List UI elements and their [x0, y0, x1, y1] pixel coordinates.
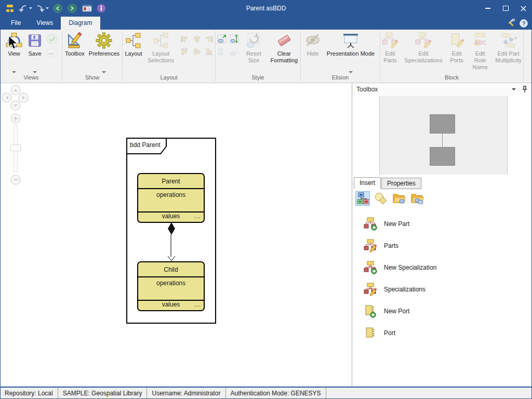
chevron-down-icon[interactable]	[29, 7, 32, 9]
zoom-slider-thumb[interactable]	[10, 144, 21, 151]
preferences-button[interactable]: Preferences	[87, 31, 121, 74]
diagram-overview-thumbnail[interactable]	[379, 96, 508, 175]
maximize-icon	[503, 6, 509, 11]
toolbox-panel: Toolbox Insert Properties	[352, 83, 531, 387]
eye-slash-icon	[304, 32, 321, 49]
clear-formatting-button[interactable]: Clear Formatting	[268, 31, 300, 74]
chevron-down-icon[interactable]	[512, 88, 516, 90]
toolbox-item-new-port[interactable]: New Port	[352, 300, 530, 322]
ribbon: View Save ABC Views	[1, 30, 531, 83]
block-operations-compartment: operations	[138, 189, 204, 212]
folder-button[interactable]	[392, 191, 406, 206]
presentation-mode-button[interactable]: Presentation Mode	[324, 31, 378, 74]
match-height-icon	[228, 46, 241, 57]
chevron-down-icon[interactable]	[12, 71, 16, 73]
chevron-down-icon[interactable]	[102, 71, 106, 73]
toolbox-item-label: New Specialization	[384, 264, 436, 271]
ellipsis-label[interactable]: ...	[194, 301, 201, 308]
ribbon-group-label: Block	[380, 74, 523, 83]
block-parent[interactable]: Parent operations values ...	[137, 173, 205, 223]
align-left-icon	[178, 33, 191, 45]
contact-card-button[interactable]	[81, 3, 92, 14]
layout-button[interactable]: Layout	[123, 31, 143, 74]
chevron-down-icon[interactable]	[33, 71, 37, 73]
view-button[interactable]: View	[4, 31, 24, 74]
edit-part-multiplicity-icon: n	[500, 32, 517, 49]
status-username: Username: Administrator	[147, 388, 225, 399]
ribbon-group-block: Edit Parts Edit Specializations Edit Por…	[380, 30, 523, 83]
toolbox-item-list: New Part Parts New Specialization Specia…	[352, 213, 530, 344]
tab-insert[interactable]: Insert	[354, 177, 381, 189]
save-icon	[26, 32, 43, 49]
redo-button[interactable]	[35, 4, 49, 12]
help-button[interactable]: ?	[520, 19, 528, 28]
redo-icon	[35, 4, 45, 12]
chevron-down-icon[interactable]	[46, 7, 49, 9]
status-repository: Repository: Local	[0, 388, 58, 399]
forward-button[interactable]	[66, 3, 78, 14]
connector-line[interactable]	[170, 234, 171, 257]
save-button[interactable]: Save	[25, 31, 45, 74]
toolbox-item-label: Parts	[384, 242, 398, 249]
hide-button: Hide	[303, 31, 323, 74]
svg-text:ABC: ABC	[474, 39, 486, 46]
diagram-elements-button[interactable]	[355, 191, 370, 206]
part-add-icon	[364, 217, 377, 231]
eraser-icon	[276, 32, 292, 49]
pan-right-button[interactable]	[18, 92, 29, 103]
gear-icon	[96, 32, 112, 49]
size-to-content-width-icon[interactable]	[216, 33, 228, 45]
toolbox-item-label: New Port	[384, 308, 409, 315]
pin-icon[interactable]	[522, 86, 527, 93]
port-icon	[364, 326, 377, 340]
pan-down-button[interactable]	[10, 100, 21, 111]
maximize-button[interactable]	[497, 0, 514, 17]
toolbox-item-specializations[interactable]: Specializations	[352, 278, 530, 300]
chevron-down-icon[interactable]	[349, 71, 353, 73]
tools-button[interactable]	[507, 18, 515, 29]
toolbox-item-label: New Part	[384, 220, 409, 228]
diagram-canvas[interactable]: bdd Parent Parent operations values ... …	[1, 83, 352, 387]
quick-access-toolbar	[0, 3, 107, 14]
pan-down-icon	[14, 104, 18, 107]
pan-left-button[interactable]	[2, 92, 12, 103]
window-title: Parent asBDD	[246, 0, 286, 17]
tab-diagram[interactable]: Diagram	[61, 17, 100, 30]
zoom-out-button[interactable]	[10, 175, 21, 185]
toolbox-button[interactable]: Toolbox	[63, 31, 86, 74]
ribbon-button-label: Reset Size	[242, 50, 265, 64]
ribbon-button-label: Hide	[307, 50, 319, 57]
toolbox-item-new-part[interactable]: New Part	[352, 213, 530, 235]
size-to-content-height-icon[interactable]	[228, 33, 241, 45]
minimize-button[interactable]	[479, 0, 497, 17]
align-top-icon	[178, 46, 191, 57]
ellipsis-label[interactable]: ...	[194, 212, 201, 220]
undo-button[interactable]	[19, 4, 32, 12]
toolbox-item-parts[interactable]: Parts	[352, 235, 530, 257]
block-values-compartment: values ...	[138, 301, 204, 309]
ribbon-button-label: Edit Parts	[382, 50, 398, 64]
status-auth-mode: Authentication Mode: GENESYS	[226, 388, 326, 399]
edit-ports-icon	[448, 32, 465, 49]
shapes-button[interactable]	[374, 191, 388, 206]
folder-icon	[392, 192, 406, 205]
ribbon-button-label: Preferences	[89, 50, 119, 57]
diagram-elements-icon	[356, 192, 369, 205]
layout-selections-button: Layout Selections	[145, 31, 177, 74]
toolbox-tabstrip: Insert Properties	[354, 177, 422, 189]
close-button[interactable]	[514, 0, 532, 17]
toolbox-item-port[interactable]: Port	[352, 322, 530, 344]
tab-views[interactable]: Views	[29, 17, 61, 30]
values-label: values	[162, 212, 180, 220]
zoom-in-button[interactable]	[10, 113, 21, 124]
edit-parts-icon	[382, 32, 398, 49]
folders-button[interactable]	[410, 191, 424, 206]
tab-properties[interactable]: Properties	[381, 178, 421, 189]
frame-label: bdd Parent	[126, 138, 167, 154]
info-button[interactable]	[96, 3, 107, 14]
back-button[interactable]	[52, 3, 63, 14]
block-child[interactable]: Child operations values ...	[137, 261, 205, 311]
composition-diamond-icon[interactable]	[167, 222, 176, 235]
toolbox-item-new-specialization[interactable]: New Specialization	[352, 257, 530, 278]
tab-file[interactable]: File	[3, 17, 29, 30]
